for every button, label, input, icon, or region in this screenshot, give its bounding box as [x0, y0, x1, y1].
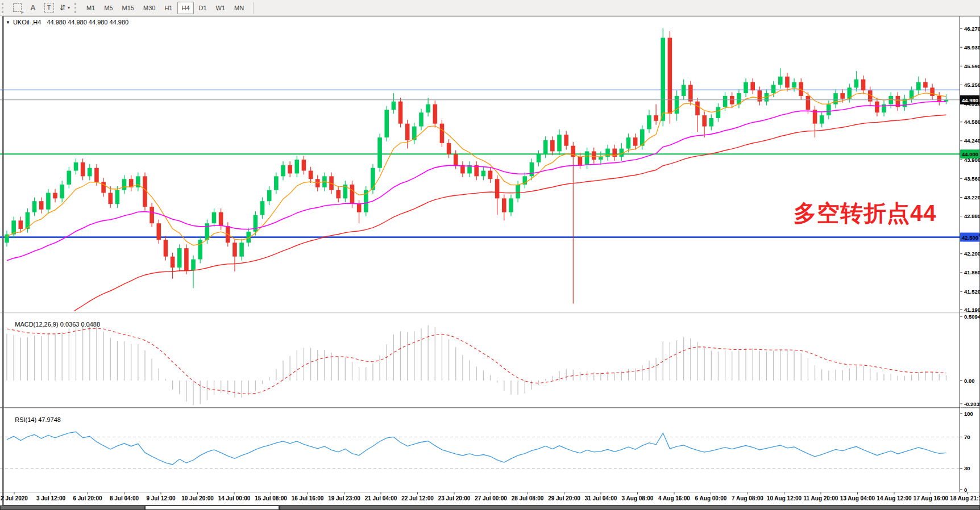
timeframe-d1-button[interactable]: D1	[195, 2, 211, 14]
price-axis-scale[interactable]	[961, 16, 980, 492]
chart-tab-1[interactable]	[0, 505, 145, 510]
dropdown-caret-icon: ▾	[68, 5, 70, 10]
timeframe-m15-button[interactable]: M15	[118, 2, 138, 14]
timeframe-m5-button[interactable]: M5	[100, 2, 117, 14]
toolbar: F A T ⇵ ▾ M1M5M15M30H1H4D1W1MN	[0, 0, 980, 16]
label-tool-button[interactable]: A	[26, 2, 40, 14]
macd-signal-line	[7, 328, 946, 394]
dashed-grid-icon: F	[13, 3, 22, 12]
rsi-layer	[0, 432, 960, 468]
toolbar-group-separator	[253, 2, 254, 14]
freehand-grid-tool-button[interactable]: F	[10, 2, 24, 14]
macd-current-values: 0.0363 0.0488	[60, 321, 100, 328]
collapse-arrow-icon[interactable]: ▼	[6, 20, 10, 25]
timeframes-drag-handle[interactable]	[74, 3, 79, 13]
ma-slow-line	[7, 115, 946, 355]
arrows-icon: ⇵	[60, 4, 66, 11]
chart-tab-2[interactable]	[145, 505, 279, 510]
grid-f-label: F	[21, 10, 23, 14]
macd-name: MACD(12,26,9)	[15, 321, 58, 328]
timeframe-h4-button[interactable]: H4	[177, 2, 193, 14]
toolbar-drag-handle[interactable]	[2, 3, 6, 13]
chart-window[interactable]: 46.27045.93045.59045.25044.91044.58044.2…	[0, 16, 980, 505]
timeframe-h1-button[interactable]: H1	[160, 2, 176, 14]
chart-canvas[interactable]: 46.27045.93045.59045.25044.91044.58044.2…	[0, 16, 980, 505]
arrows-tool-button[interactable]: ⇵ ▾	[57, 2, 72, 14]
macd-indicator-label: MACD(12,26,9) 0.0363 0.0488	[8, 314, 100, 335]
timeframe-m1-button[interactable]: M1	[82, 2, 99, 14]
chart-tab-strip	[0, 505, 980, 510]
candles-layer	[5, 28, 948, 304]
rsi-indicator-label: RSI(14) 47.9748	[8, 409, 61, 430]
timeframe-button-group: M1M5M15M30H1H4D1W1MN	[82, 0, 248, 15]
text-tool-button[interactable]: T	[41, 2, 56, 14]
rsi-current-value: 47.9748	[38, 416, 61, 423]
text-t-icon: T	[44, 3, 54, 12]
time-axis-scale[interactable]	[0, 492, 980, 505]
window-border	[3, 16, 980, 505]
timeframe-w1-button[interactable]: W1	[212, 2, 230, 14]
chart-tab-3[interactable]	[279, 505, 980, 510]
chart-symbol-label: UKOil-,H4	[13, 19, 41, 26]
rsi-name: RSI(14)	[15, 416, 36, 423]
timeframe-m30-button[interactable]: M30	[139, 2, 159, 14]
label-a-icon: A	[30, 3, 35, 12]
chart-ohlc-values: 44.980 44.980 44.980 44.980	[47, 19, 128, 26]
macd-layer	[7, 324, 946, 405]
timeframe-mn-button[interactable]: MN	[230, 2, 248, 14]
chart-text-annotation[interactable]: 多空转折点44	[794, 198, 937, 229]
chart-title: ▼ UKOil-,H4 44.980 44.980 44.980 44.980	[6, 19, 128, 26]
